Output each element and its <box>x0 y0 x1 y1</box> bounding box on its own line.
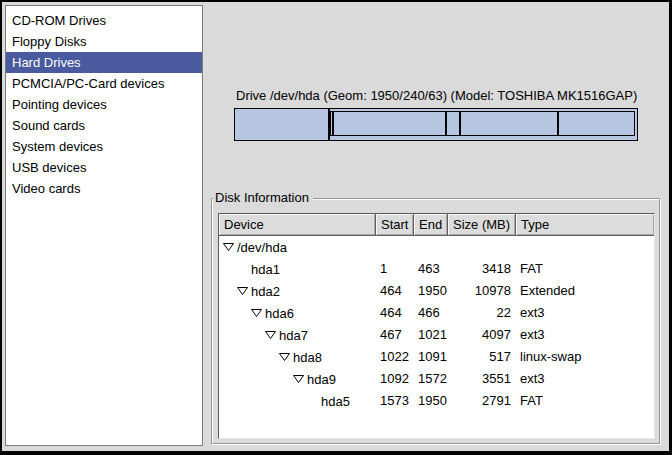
device-name: hda2 <box>251 281 280 302</box>
size-cell: 517 <box>448 346 516 368</box>
start-cell: 464 <box>376 280 414 302</box>
type-cell <box>516 236 654 258</box>
sidebar-item-pointing-devices[interactable]: Pointing devices <box>6 94 202 115</box>
sidebar-item-floppy-disks[interactable]: Floppy Disks <box>6 31 202 52</box>
device-name: hda7 <box>279 325 308 346</box>
size-cell: 3418 <box>448 258 516 280</box>
end-cell <box>414 236 448 258</box>
hardware-browser-window: CD-ROM Drives Floppy Disks Hard Drives P… <box>0 0 672 455</box>
sidebar-item-usb-devices[interactable]: USB devices <box>6 157 202 178</box>
type-cell: ext3 <box>516 368 654 390</box>
column-header-end[interactable]: End <box>414 214 448 236</box>
start-cell: 1092 <box>376 368 414 390</box>
column-header-type[interactable]: Type <box>516 214 654 236</box>
type-cell: linux-swap <box>516 346 654 368</box>
partition-divider <box>445 112 447 135</box>
partition-divider <box>332 112 334 135</box>
type-cell: Extended <box>516 280 654 302</box>
end-cell: 1091 <box>414 346 448 368</box>
table-row[interactable]: hda5 1573 1950 2791 FAT <box>219 390 654 412</box>
size-cell: 2791 <box>448 390 516 412</box>
table-row[interactable]: hda9 1092 1572 3551 ext3 <box>219 368 654 390</box>
expander-icon[interactable] <box>265 331 276 339</box>
expander-icon[interactable] <box>223 243 234 251</box>
size-cell: 10978 <box>448 280 516 302</box>
expander-icon[interactable] <box>293 375 304 383</box>
end-cell: 1950 <box>414 390 448 412</box>
sidebar-item-hard-drives[interactable]: Hard Drives <box>6 52 202 73</box>
partition-bar <box>234 108 638 141</box>
expander-icon[interactable] <box>237 287 248 295</box>
type-cell: FAT <box>516 390 654 412</box>
partition-segment-hda1 <box>235 109 330 140</box>
type-cell: ext3 <box>516 302 654 324</box>
sidebar-item-sound-cards[interactable]: Sound cards <box>6 115 202 136</box>
sidebar-item-video-cards[interactable]: Video cards <box>6 178 202 199</box>
start-cell: 1573 <box>376 390 414 412</box>
start-cell: 1022 <box>376 346 414 368</box>
category-list: CD-ROM Drives Floppy Disks Hard Drives P… <box>5 5 203 446</box>
sidebar-item-system-devices[interactable]: System devices <box>6 136 202 157</box>
start-cell: 467 <box>376 324 414 346</box>
partition-segment-hda2-extended <box>330 111 635 136</box>
column-header-size[interactable]: Size (MB) <box>448 214 516 236</box>
start-cell <box>376 236 414 258</box>
sidebar-item-cdrom-drives[interactable]: CD-ROM Drives <box>6 10 202 31</box>
disk-information-label: Disk Information <box>213 190 313 206</box>
sidebar-item-pcmcia-devices[interactable]: PCMCIA/PC-Card devices <box>6 73 202 94</box>
size-cell: 22 <box>448 302 516 324</box>
drive-title: Drive /dev/hda (Geom: 1950/240/63) (Mode… <box>236 88 637 103</box>
column-header-device[interactable]: Device <box>219 214 376 236</box>
device-name: hda1 <box>251 259 280 280</box>
start-cell: 464 <box>376 302 414 324</box>
end-cell: 1572 <box>414 368 448 390</box>
size-cell <box>448 236 516 258</box>
column-header-start[interactable]: Start <box>376 214 414 236</box>
start-cell: 1 <box>376 258 414 280</box>
table-header: Device Start End Size (MB) Type <box>219 214 654 236</box>
disk-table: Device Start End Size (MB) Type /dev/hda <box>218 213 655 439</box>
device-name: hda8 <box>293 347 322 368</box>
device-name: hda6 <box>265 303 294 324</box>
type-cell: FAT <box>516 258 654 280</box>
device-name: hda5 <box>321 391 350 412</box>
table-row[interactable]: /dev/hda <box>219 236 654 258</box>
expander-icon[interactable] <box>279 353 290 361</box>
expander-icon[interactable] <box>251 309 262 317</box>
partition-divider <box>459 112 461 135</box>
end-cell: 466 <box>414 302 448 324</box>
table-row[interactable]: hda8 1022 1091 517 linux-swap <box>219 346 654 368</box>
table-row[interactable]: hda1 1 463 3418 FAT <box>219 258 654 280</box>
table-row[interactable]: hda2 464 1950 10978 Extended <box>219 280 654 302</box>
end-cell: 1021 <box>414 324 448 346</box>
size-cell: 4097 <box>448 324 516 346</box>
table-row[interactable]: hda7 467 1021 4097 ext3 <box>219 324 654 346</box>
type-cell: ext3 <box>516 324 654 346</box>
device-name: hda9 <box>307 369 336 390</box>
device-name: /dev/hda <box>237 237 287 258</box>
partition-divider <box>557 112 559 135</box>
disk-information-group: Disk Information Device Start End Size (… <box>211 198 660 444</box>
table-row[interactable]: hda6 464 466 22 ext3 <box>219 302 654 324</box>
size-cell: 3551 <box>448 368 516 390</box>
end-cell: 1950 <box>414 280 448 302</box>
end-cell: 463 <box>414 258 448 280</box>
